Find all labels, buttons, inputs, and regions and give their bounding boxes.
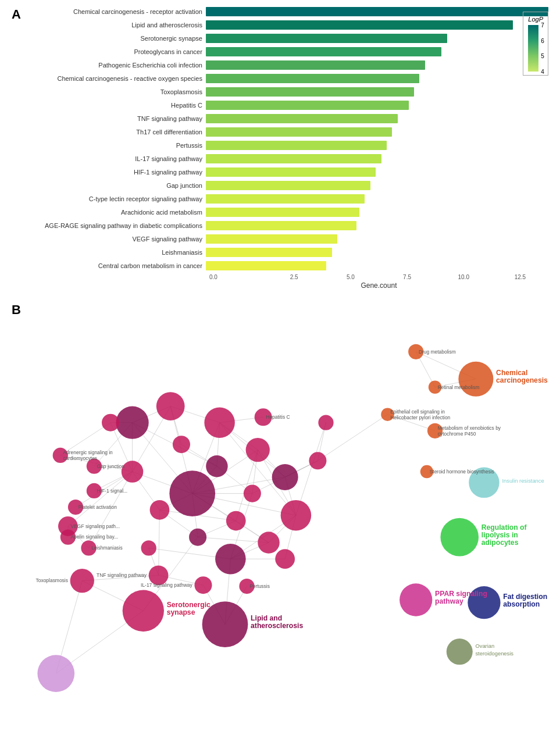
x-tick: 12.5 [492, 274, 548, 280]
network-node[interactable] [281, 500, 312, 531]
legend-gradient [528, 25, 538, 72]
network-node[interactable] [37, 655, 74, 692]
bar-container [206, 87, 548, 97]
node-circle [123, 590, 164, 632]
node-circle [275, 549, 295, 569]
legend-tick: 5 [541, 53, 544, 59]
bar-container [206, 154, 548, 163]
bar-label: TNF signaling pathway [26, 115, 206, 122]
bar-container [206, 234, 548, 244]
bar-container [206, 74, 548, 83]
bar-label: Toxoplasmosis [26, 88, 206, 95]
node-circle [215, 544, 246, 575]
network-node[interactable] [226, 511, 246, 531]
network-node[interactable] [275, 549, 295, 569]
node-circle [447, 639, 473, 665]
node-circle [169, 470, 215, 516]
network-node[interactable] [169, 470, 215, 516]
bar-fill [206, 141, 387, 150]
node-circle [189, 529, 206, 546]
network-node[interactable] [123, 590, 164, 632]
bar-container [206, 141, 548, 150]
node-circle [281, 500, 312, 531]
network-node[interactable] [149, 500, 169, 520]
bar-fill [206, 248, 332, 257]
network-node[interactable] [246, 438, 270, 462]
legend-box: LogP 7654 [523, 12, 548, 76]
network-node[interactable] [141, 540, 156, 555]
network-node[interactable] [156, 392, 185, 420]
node-circle [400, 583, 432, 616]
bar-fill [206, 208, 359, 217]
network-node[interactable] [189, 529, 206, 546]
bar-container [206, 181, 548, 190]
network-node[interactable] [458, 362, 493, 397]
chart-area: Chemical carcinogenesis - receptor activ… [26, 6, 548, 290]
network-node[interactable] [102, 414, 119, 432]
bar-label: VEGF signaling pathway [26, 236, 206, 243]
node-circle [70, 569, 94, 593]
network-node[interactable] [400, 583, 432, 616]
node-circle [272, 464, 298, 490]
bar-row: TNF signaling pathway [26, 113, 548, 124]
network-node[interactable] [70, 569, 94, 593]
network-node[interactable] [116, 406, 148, 439]
bar-label: Th17 cell differentiation [26, 129, 206, 135]
network-node[interactable] [122, 461, 144, 483]
node-small-label: Arachidonic acid metabolism [77, 696, 139, 697]
network-node[interactable] [318, 415, 333, 430]
bar-fill [206, 87, 414, 97]
bar-row: Arachidonic acid metabolism [26, 206, 548, 218]
network-node[interactable] [309, 452, 326, 469]
x-tick: 0.0 [209, 274, 266, 280]
legend-tick: 7 [541, 22, 544, 28]
x-axis-label: Gene.count [209, 281, 548, 290]
network-node[interactable] [447, 639, 473, 665]
node-small-label: HIF-1 signal... [97, 488, 127, 494]
bar-row: IL-17 signaling pathway [26, 153, 548, 165]
bar-row: Pathogenic Escherichia coli infection [26, 59, 548, 71]
network-edge [158, 510, 159, 576]
bar-row: Chemical carcinogenesis - receptor activ… [26, 6, 548, 17]
node-small-label: Apelin signaling bay... [70, 534, 117, 540]
bar-container [206, 221, 548, 230]
bar-label: Chemical carcinogenesis - receptor activ… [26, 8, 206, 15]
bar-row: AGE-RAGE signaling pathway in diabetic c… [26, 220, 548, 231]
network-node[interactable] [258, 532, 280, 554]
legend-tick: 6 [541, 37, 544, 44]
network-node[interactable] [204, 407, 235, 438]
node-small-label: Retinal metabolism [438, 384, 480, 390]
node-label: Serotonergicsynapse [167, 601, 211, 616]
bar-fill [206, 261, 326, 270]
bar-label: Leishmaniasis [26, 249, 206, 256]
node-label: Insulin resistance [502, 478, 544, 484]
bar-row: Serotonergic synapse [26, 33, 548, 44]
node-circle [206, 455, 228, 477]
network-node[interactable] [244, 485, 261, 502]
node-label: Chemicalcarcinogenesis [496, 369, 548, 384]
bar-container [206, 194, 548, 204]
network-node[interactable] [272, 464, 298, 490]
bar-container [206, 101, 548, 110]
bar-fill [206, 20, 513, 30]
bar-container [206, 248, 548, 257]
x-tick: 7.5 [379, 274, 435, 280]
network-node[interactable] [440, 518, 479, 557]
network-node[interactable] [173, 436, 190, 453]
network-node[interactable] [194, 576, 212, 594]
bar-fill [206, 167, 376, 177]
bar-row: Toxoplasmosis [26, 86, 548, 98]
node-circle [149, 500, 169, 520]
bar-row: Lipid and atherosclerosis [26, 19, 548, 31]
node-circle [244, 485, 261, 502]
network-node[interactable] [206, 455, 228, 477]
bar-container [206, 114, 548, 123]
network-area: ChemicalcarcinogenesisInsulin resistance… [23, 301, 548, 697]
node-small-label: Steroid hormone biosynthesis [430, 469, 494, 475]
bar-label: Gap junction [26, 182, 206, 189]
bar-label: Serotonergic synapse [26, 35, 206, 42]
network-node[interactable] [215, 544, 246, 575]
node-circle [173, 436, 190, 453]
bar-container [206, 261, 548, 270]
node-circle [102, 414, 119, 432]
